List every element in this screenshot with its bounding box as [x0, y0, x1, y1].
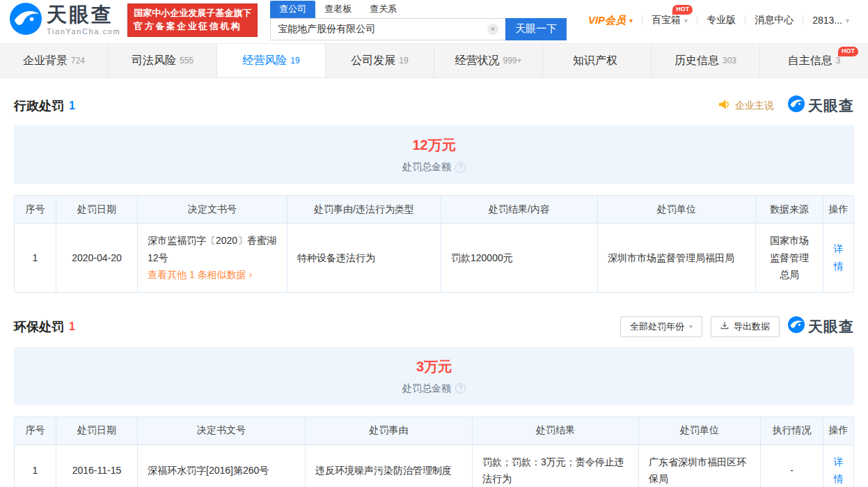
env-penalty-table: 序号 处罚日期 决定书文号 处罚事由 处罚结果 处罚单位 执行情况 操作 1 2… — [14, 417, 854, 487]
account-menu[interactable]: 2813... ▾ — [803, 15, 858, 26]
admin-penalty-total-amount: 12万元 — [412, 136, 455, 155]
megaphone-icon — [718, 99, 731, 112]
cell-date: 2020-04-20 — [56, 224, 138, 293]
tianyancha-logo[interactable]: 天眼查 TianYanCha.com — [10, 3, 120, 38]
cell-execution: - — [761, 445, 823, 487]
env-penalty-section-header: 环保处罚 1 全部处罚年份 ▾ 导出数据 天眼查 — [14, 316, 854, 337]
top-header: 天眼查 TianYanCha.com 国家中小企业发展子基金旗下 官方备案企业征… — [0, 0, 868, 40]
search-button[interactable]: 天眼一下 — [505, 18, 567, 40]
col-date: 处罚日期 — [56, 417, 138, 445]
cell-result: 罚款；罚款：3万元；责令停止违法行为 — [473, 445, 639, 487]
col-doc-no: 决定文书号 — [138, 196, 287, 224]
pro-version-link[interactable]: 专业版 — [697, 14, 745, 26]
tab-judicial-risk[interactable]: 司法风险555 — [109, 44, 217, 77]
vip-member-menu[interactable]: VIP会员 ▾ — [579, 14, 642, 27]
search-area: 查公司 查老板 查关系 ✕ 天眼一下 — [270, 1, 567, 40]
cell-index: 1 — [15, 445, 56, 487]
chevron-down-icon: ▾ — [846, 17, 849, 24]
col-action: 操作 — [823, 417, 854, 445]
col-result: 处罚结果/内容 — [441, 196, 598, 224]
table-row: 1 2020-04-20 深市监福罚字〔2020〕香蜜湖12号 查看其他 1 条… — [15, 224, 854, 293]
toolbox-menu[interactable]: HOT 百宝箱 ▾ — [642, 14, 697, 26]
col-reason: 处罚事由/违法行为类型 — [287, 196, 441, 224]
col-reason: 处罚事由 — [306, 417, 473, 445]
admin-penalty-table: 序号 处罚日期 决定文书号 处罚事由/违法行为类型 处罚结果/内容 处罚单位 数… — [14, 195, 854, 293]
cell-authority: 广东省深圳市福田区环保局 — [639, 445, 761, 487]
cell-source: 国家市场监督管理总局 — [756, 224, 823, 293]
search-input[interactable] — [270, 18, 505, 40]
cell-date: 2016-11-15 — [56, 445, 138, 487]
col-authority: 处罚单位 — [639, 417, 761, 445]
tab-operating-risk[interactable]: 经营风险19 — [217, 44, 326, 77]
tab-self-info[interactable]: HOT 自主信息3 — [760, 44, 868, 77]
col-execution: 执行情况 — [761, 417, 823, 445]
tab-company-background[interactable]: 企业背景724 — [0, 44, 109, 77]
cell-doc-no: 深福环水罚字[2016]第260号 — [138, 445, 306, 487]
search-tab-boss[interactable]: 查老板 — [315, 1, 361, 18]
brand-name: 天眼查 — [47, 5, 120, 25]
company-section-tabs: 企业背景724 司法风险555 经营风险19 公司发展19 经营状况999+ 知… — [0, 43, 868, 78]
search-tab-relation[interactable]: 查关系 — [361, 1, 406, 18]
search-tab-company[interactable]: 查公司 — [270, 1, 315, 18]
total-amount-label: 处罚总金额 — [402, 161, 451, 173]
cell-result: 罚款120000元 — [441, 224, 598, 293]
env-penalty-count: 1 — [69, 320, 75, 333]
table-row: 1 2016-11-15 深福环水罚字[2016]第260号 违反环境噪声污染防… — [15, 445, 854, 487]
owner-say-link[interactable]: 企业主说 — [718, 99, 774, 112]
col-index: 序号 — [15, 196, 56, 224]
detail-link[interactable]: 详情 — [834, 243, 844, 272]
download-icon — [720, 321, 729, 332]
col-index: 序号 — [15, 417, 56, 445]
total-amount-label: 处罚总金额 — [402, 382, 451, 395]
col-authority: 处罚单位 — [598, 196, 756, 224]
chevron-down-icon: ▾ — [684, 17, 688, 24]
tab-intellectual-property[interactable]: 知识产权 — [543, 44, 652, 77]
col-result: 处罚结果 — [473, 417, 639, 445]
env-penalty-total-amount: 3万元 — [416, 357, 452, 376]
env-penalty-total-banner: 3万元 处罚总金额 ? — [14, 347, 854, 405]
message-center-link[interactable]: 消息中心 — [745, 14, 803, 26]
search-type-tabs: 查公司 查老板 查关系 — [270, 1, 567, 18]
cell-reason: 违反环境噪声污染防治管理制度 — [306, 445, 473, 487]
help-question-icon[interactable]: ? — [455, 162, 466, 173]
env-penalty-title: 环保处罚 — [14, 318, 64, 335]
brand-domain: TianYanCha.com — [47, 27, 120, 36]
cell-reason: 特种设备违法行为 — [287, 224, 441, 293]
hot-badge: HOT — [672, 5, 693, 15]
detail-link[interactable]: 详情 — [834, 456, 844, 485]
tianyancha-swoosh-icon — [788, 316, 805, 337]
gov-badge-line1: 国家中小企业发展子基金旗下 — [134, 7, 251, 20]
clear-search-icon[interactable]: ✕ — [487, 24, 498, 35]
chevron-down-icon: ▾ — [629, 17, 633, 24]
admin-penalty-total-banner: 12万元 处罚总金额 ? — [14, 125, 854, 184]
col-date: 处罚日期 — [56, 196, 138, 224]
export-data-button[interactable]: 导出数据 — [711, 316, 780, 337]
help-question-icon[interactable]: ? — [455, 383, 466, 394]
tianyancha-swoosh-icon — [10, 3, 42, 38]
table-header-row: 序号 处罚日期 决定书文号 处罚事由 处罚结果 处罚单位 执行情况 操作 — [15, 417, 854, 445]
header-right-menu: VIP会员 ▾ HOT 百宝箱 ▾ 专业版 消息中心 2813... ▾ — [579, 14, 858, 27]
admin-penalty-count: 1 — [69, 100, 75, 112]
col-source: 数据来源 — [756, 196, 823, 224]
cell-action: 详情 — [823, 224, 854, 293]
tab-operating-status[interactable]: 经营状况999+ — [434, 44, 543, 77]
tianyancha-swoosh-icon — [788, 95, 805, 116]
cell-index: 1 — [15, 224, 56, 293]
tianyancha-watermark-logo: 天眼查 — [788, 95, 854, 116]
cell-doc-no: 深市监福罚字〔2020〕香蜜湖12号 查看其他 1 条相似数据 › — [138, 224, 287, 293]
hot-badge: HOT — [838, 47, 858, 56]
admin-penalty-title: 行政处罚 — [14, 98, 64, 114]
chevron-down-icon: ▾ — [689, 323, 693, 330]
tab-history-info[interactable]: 历史信息303 — [652, 44, 760, 77]
col-action: 操作 — [823, 196, 854, 224]
table-header-row: 序号 处罚日期 决定文书号 处罚事由/违法行为类型 处罚结果/内容 处罚单位 数… — [15, 196, 854, 224]
similar-data-link[interactable]: 查看其他 1 条相似数据 › — [148, 266, 277, 284]
chevron-right-icon: › — [248, 269, 252, 280]
tab-company-development[interactable]: 公司发展19 — [326, 44, 434, 77]
gov-certification-badge: 国家中小企业发展子基金旗下 官方备案企业征信机构 — [127, 3, 258, 37]
col-doc-no: 决定书文号 — [138, 417, 306, 445]
cell-authority: 深圳市市场监督管理局福田局 — [598, 224, 756, 293]
cell-action: 详情 — [823, 445, 854, 487]
tianyancha-watermark-logo: 天眼查 — [788, 316, 854, 337]
penalty-year-filter[interactable]: 全部处罚年份 ▾ — [620, 316, 702, 337]
